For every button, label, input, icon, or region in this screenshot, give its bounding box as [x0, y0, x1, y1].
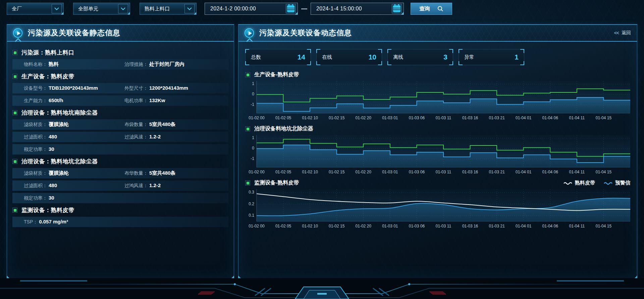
svg-text:01-02 20: 01-02 20	[356, 116, 372, 120]
info-label: 外型尺寸：	[124, 85, 148, 91]
info-row: 过滤面积：480过滤风速：1.2-2	[12, 132, 228, 142]
svg-text:0.2: 0.2	[249, 202, 254, 206]
corner-bracket	[449, 61, 453, 65]
info-cell: 外型尺寸：1200*204143mm	[124, 85, 225, 91]
svg-text:0.3: 0.3	[249, 190, 254, 195]
svg-text:0: 0	[252, 92, 254, 96]
info-cell: 生产能力：650t/h	[24, 97, 124, 104]
svg-text:01-02 00: 01-02 00	[249, 116, 265, 120]
info-cell: 过鸿风速：1.2-2	[124, 182, 225, 189]
info-row: 物料名称：熟料治理措施：处于封闭厂房内	[12, 59, 228, 70]
svg-text:01-03 21: 01-03 21	[489, 170, 505, 174]
svg-text:01-02 10: 01-02 10	[302, 116, 318, 120]
svg-text:01-04 15: 01-04 15	[596, 224, 612, 228]
section-heading: 监测设备：熟料皮带	[12, 206, 228, 214]
svg-text:01-02 10: 01-02 10	[302, 224, 318, 228]
svg-text:01-03 16: 01-03 16	[462, 224, 478, 228]
legend-label: 预警信	[615, 180, 630, 186]
chart-block-3: 监测设备-熟料皮带熟料皮带预警信0.30.20.101-02 0001-02 0…	[245, 179, 630, 229]
chart-title: 监测设备-熟料皮带	[254, 179, 299, 186]
svg-text:01-02 15: 01-02 15	[329, 224, 345, 228]
date-from-field[interactable]: 2024-1-2 00:00:00	[205, 3, 298, 15]
svg-text:01-03 16: 01-03 16	[462, 116, 478, 120]
stat-label: 在线	[322, 54, 332, 60]
calendar-icon	[393, 5, 400, 12]
corner-bracket	[520, 61, 524, 65]
corner-bracket	[449, 49, 453, 53]
footer-tech-graphic	[0, 278, 644, 299]
info-value: 1.2-2	[149, 134, 161, 139]
filter-dropdown-3[interactable]: 熟料上料口	[140, 3, 197, 15]
search-button[interactable]: 查询	[411, 3, 452, 15]
chart-plot: 10-101-02 0001-02 0501-02 1001-02 1501-0…	[245, 135, 630, 175]
green-square-icon	[245, 126, 250, 131]
info-row: 滤袋材质：覆膜涤纶布华数量：5室共480条	[12, 168, 228, 178]
stat-label: 总数	[251, 54, 261, 60]
svg-text:0.1: 0.1	[249, 213, 254, 218]
info-value: 1200*204143mm	[149, 85, 188, 91]
corner-bracket	[520, 49, 524, 53]
stat-label: 异常	[464, 54, 474, 60]
svg-text:1: 1	[252, 81, 254, 86]
date-to-field[interactable]: 2024-1-4 15:00:00	[311, 3, 404, 15]
section-heading-label: 治理设备：熟料地坑北除尘器	[21, 158, 98, 165]
green-square-icon	[245, 72, 250, 77]
info-row: 额定功率：30	[12, 144, 228, 155]
stat-value: 14	[298, 53, 305, 61]
svg-text:01-02 15: 01-02 15	[329, 170, 345, 174]
back-button[interactable]: << 返回	[614, 30, 631, 36]
svg-text:01-02 00: 01-02 00	[249, 224, 265, 228]
corner-bracket	[459, 61, 463, 65]
search-icon	[437, 6, 443, 12]
green-square-icon	[12, 159, 17, 164]
info-cell: 布袋数量：5室共480条	[124, 121, 225, 128]
svg-text:01-03 11: 01-03 11	[436, 170, 451, 174]
corner-bracket	[459, 49, 463, 53]
svg-text:01-04 06: 01-04 06	[542, 170, 558, 174]
stat-card-3: 离线3	[387, 49, 453, 65]
svg-text:01-03 11: 01-03 11	[436, 224, 451, 228]
dropdown-selected-value: 熟料上料口	[145, 6, 184, 12]
info-value: 30	[49, 195, 54, 201]
info-label: 额定功率：	[24, 146, 47, 152]
svg-text:01-02 20: 01-02 20	[356, 224, 372, 228]
chart-title: 生产设备-熟料皮带	[254, 71, 299, 78]
section-heading: 污染源：熟料上料口	[12, 49, 228, 56]
dropdown-selected-value: 全部单元	[78, 6, 118, 12]
wave-line-icon	[564, 181, 572, 185]
info-row: 设备型号：TDB1200*204143mm外型尺寸：1200*204143mm	[12, 83, 228, 93]
legend-item[interactable]: 预警信	[604, 180, 630, 186]
main-area: 污染源及关联设备静态信息 污染源：熟料上料口物料名称：熟料治理措施：处于封闭厂房…	[0, 17, 644, 279]
info-label: 治理措施：	[124, 61, 148, 67]
stat-card-4: 异常1	[459, 49, 524, 65]
info-row: 额定功率：30	[12, 193, 228, 203]
svg-text:-1: -1	[251, 156, 254, 161]
info-value: 覆膜涤纶	[49, 170, 69, 176]
chevron-box	[52, 4, 62, 13]
toolbar: 全厂全部单元熟料上料口 2024-1-2 00:00:00 2024-1-4 1…	[0, 0, 644, 17]
filter-dropdown-2[interactable]: 全部单元	[73, 3, 130, 15]
svg-text:1: 1	[252, 135, 254, 140]
svg-text:01-04 01: 01-04 01	[516, 116, 532, 120]
chart-title-row: 治理设备料地坑北除尘器	[245, 125, 630, 132]
info-value: 覆膜涤纶	[49, 121, 69, 127]
info-cell: 物料名称：熟料	[24, 61, 124, 68]
svg-text:01-04 06: 01-04 06	[542, 116, 558, 120]
legend-item[interactable]: 熟料皮带	[564, 180, 595, 186]
info-label: 生产能力：	[24, 98, 47, 103]
footer-decoration	[0, 278, 644, 299]
info-label: 过鸿风速：	[124, 183, 148, 188]
date-to-value: 2024-1-4 15:00:00	[316, 6, 392, 12]
info-value: TDB1200*204143mm	[49, 85, 98, 91]
filter-dropdown-1[interactable]: 全厂	[7, 3, 64, 15]
calendar-icon-box[interactable]	[392, 4, 402, 13]
section-heading: 治理设备：熟料地坑南除尘器	[12, 109, 228, 117]
svg-text:01-03 11: 01-03 11	[436, 116, 451, 120]
info-value: 480	[49, 182, 57, 188]
legend-label: 熟料皮带	[575, 180, 595, 186]
svg-text:0: 0	[252, 146, 254, 151]
info-cell: 额定功率：30	[24, 195, 124, 201]
section-heading: 治理设备：熟料地坑北除尘器	[12, 158, 228, 165]
calendar-icon-box[interactable]	[286, 4, 296, 13]
chevron-box	[118, 4, 128, 13]
